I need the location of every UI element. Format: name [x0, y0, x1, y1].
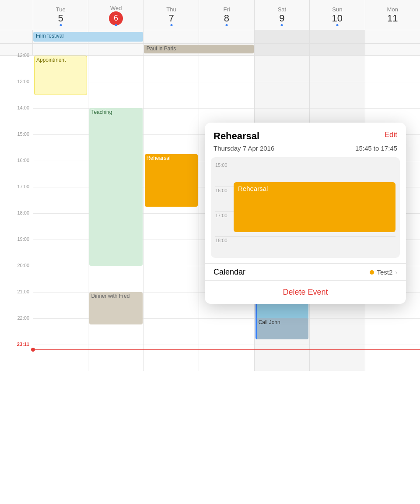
- hour-cell: [144, 213, 199, 240]
- day-header-tue[interactable]: Tue 5: [33, 0, 88, 30]
- hour-cell: [144, 266, 199, 292]
- day-num-fri: 8: [224, 13, 229, 24]
- time-label-14: 14:00: [0, 105, 33, 131]
- hour-cell: [33, 134, 88, 161]
- allday-cell-tue[interactable]: Film festival: [33, 30, 88, 43]
- day-col-wed[interactable]: Teaching Dinner with Fred: [88, 56, 143, 371]
- day-num-tue: 5: [58, 13, 63, 24]
- day-num-mon: 11: [387, 13, 398, 24]
- allday-cell-fri: [199, 30, 254, 43]
- day-header-fri[interactable]: Fri 8: [199, 0, 254, 30]
- hour-cell: [88, 345, 143, 371]
- hour-cell: [88, 82, 143, 108]
- day-header-wed[interactable]: Wed 6: [88, 0, 143, 30]
- hour-cell: [199, 318, 254, 345]
- day-col-thu[interactable]: Rehearsal: [144, 56, 199, 371]
- chevron-right-icon: ›: [395, 269, 397, 276]
- calendar-color-dot: [370, 270, 374, 275]
- teaching-event[interactable]: Teaching: [89, 108, 142, 266]
- allday-cell-thu: [144, 30, 199, 43]
- day-num-thu: 7: [168, 13, 174, 24]
- dinner-event[interactable]: Dinner with Fred: [89, 292, 142, 324]
- day-name-sat: Sat: [278, 6, 287, 13]
- allday-cell2-thu[interactable]: Paul in Paris: [144, 44, 199, 55]
- popup-time: 15:45 to 17:45: [355, 145, 397, 152]
- hour-cell: [33, 240, 88, 266]
- day-header-sun[interactable]: Sun 10: [309, 0, 364, 30]
- film-festival-event[interactable]: Film festival: [33, 32, 143, 42]
- calendar-container: Tue 5 Wed 6 Thu 7 Fri 8 Sat 9: [0, 0, 420, 371]
- day-header-thu[interactable]: Thu 7: [144, 0, 199, 30]
- hour-cell: [144, 345, 199, 371]
- day-header-mon[interactable]: Mon 11: [365, 0, 420, 30]
- hour-cell: [33, 292, 88, 318]
- day-col-tue[interactable]: Appointment: [33, 56, 88, 371]
- teaching-label: Teaching: [91, 109, 112, 115]
- hour-cell: [310, 318, 364, 345]
- hour-cell: [199, 345, 254, 371]
- paul-paris-event[interactable]: Paul in Paris: [144, 45, 254, 53]
- hour-cell: [144, 82, 199, 108]
- time-label-18: 18:00: [0, 210, 33, 236]
- day-dot-fri: [225, 24, 228, 26]
- call-john-label: Call John: [259, 319, 280, 325]
- delete-event-button[interactable]: Delete Event: [283, 288, 328, 297]
- hour-cell: [310, 56, 364, 82]
- hour-cell: [365, 82, 420, 108]
- hour-cell: [88, 266, 143, 292]
- allday-gutter: [0, 30, 33, 43]
- popup-meta: Thursday 7 Apr 2016 15:45 to 17:45: [205, 145, 406, 157]
- popup-edit-button[interactable]: Edit: [385, 130, 397, 139]
- hour-cell: [33, 213, 88, 240]
- rehearsal-event[interactable]: Rehearsal: [145, 154, 198, 207]
- allday-cell2-mon: [365, 44, 420, 55]
- allday-row-paul: Paul in Paris: [0, 44, 420, 56]
- hour-cell: [199, 82, 254, 108]
- mini-rehearsal-bar: Rehearsal: [234, 182, 396, 232]
- day-num-wed: 6: [109, 11, 123, 25]
- hour-cell: [88, 56, 143, 82]
- popup-calendar-right[interactable]: Test2 ›: [370, 268, 397, 276]
- time-gutter-header: [0, 0, 33, 30]
- call-john-event[interactable]: Call John: [256, 318, 308, 339]
- hour-cell: [33, 318, 88, 345]
- allday-cell2-sun: [309, 44, 364, 55]
- day-name-fri: Fri: [223, 6, 230, 13]
- event-detail-popup[interactable]: Rehearsal Edit Thursday 7 Apr 2016 15:45…: [205, 123, 406, 304]
- day-dot-sun: [336, 24, 338, 26]
- day-dot-thu: [170, 24, 172, 26]
- hour-cell: [144, 108, 199, 134]
- day-name-sun: Sun: [332, 6, 342, 13]
- time-label-current: 23:11: [0, 342, 33, 368]
- hour-cell: [144, 240, 199, 266]
- day-headers: Tue 5 Wed 6 Thu 7 Fri 8 Sat 9: [0, 0, 420, 30]
- appointment-event[interactable]: Appointment: [34, 56, 87, 95]
- day-name-mon: Mon: [387, 6, 398, 13]
- day-dot-tue: [60, 24, 62, 26]
- time-gutter: 12:00 13:00 14:00 15:00 16:00 17:00 18:0…: [0, 56, 33, 371]
- hour-cell: [255, 345, 309, 371]
- hour-cell: [365, 318, 420, 345]
- mini-hour-label-17: 17:00: [215, 212, 232, 218]
- hour-cell: [310, 82, 364, 108]
- popup-date: Thursday 7 Apr 2016: [214, 145, 274, 152]
- calendar-name: Test2: [377, 268, 392, 276]
- allday-row-film: Film festival: [0, 30, 420, 44]
- mini-rehearsal-label: Rehearsal: [238, 185, 268, 192]
- allday-cell2-wed: [88, 44, 143, 55]
- popup-calendar-row[interactable]: Calendar Test2 ›: [205, 264, 406, 280]
- mini-hour-label-15: 15:00: [215, 162, 232, 168]
- hour-cell: [310, 345, 364, 371]
- hour-cell: [33, 345, 88, 371]
- allday-cell-mon: [365, 30, 420, 43]
- day-header-sat[interactable]: Sat 9: [254, 0, 309, 30]
- hour-cell: [33, 187, 88, 213]
- hour-cell: [365, 56, 420, 82]
- day-name-thu: Thu: [166, 6, 176, 13]
- popup-calendar-label: Calendar: [214, 268, 245, 277]
- time-label-20: 20:00: [0, 263, 33, 289]
- appointment-label: Appointment: [36, 57, 66, 63]
- time-label-17: 17:00: [0, 184, 33, 210]
- popup-delete-row[interactable]: Delete Event: [205, 281, 406, 304]
- hour-cell: [33, 161, 88, 187]
